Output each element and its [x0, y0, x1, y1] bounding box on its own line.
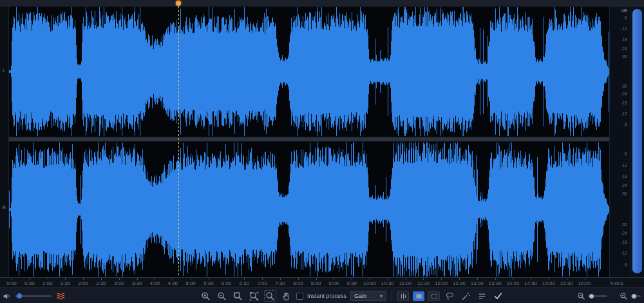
apply-button[interactable]	[492, 290, 504, 302]
instant-process-checkbox[interactable]	[296, 293, 303, 300]
vertical-zoom-slider[interactable]	[630, 295, 641, 297]
volume-slider-thumb[interactable]	[17, 293, 22, 298]
time-tick	[334, 278, 334, 280]
selection-mode-free-button[interactable]	[428, 291, 440, 301]
zoom-selection-button[interactable]	[232, 290, 244, 302]
horizontal-zoom-slider[interactable]	[588, 295, 607, 297]
audio-editor-window: L R dB -6-6-12-12-18-18-24-24-30-30-6-6-…	[0, 0, 644, 303]
time-tick-label: 14:00	[506, 280, 519, 286]
time-tick-label: 2:30	[96, 280, 106, 286]
time-ruler[interactable]: h:m:s 0:000:301:001:302:002:303:003:304:…	[0, 277, 644, 288]
marker-strip[interactable]	[0, 0, 644, 6]
time-tick	[244, 278, 245, 280]
channel-label-left: L	[3, 68, 5, 73]
process-module-dropdown[interactable]: Gain ▾	[350, 291, 386, 301]
wand-tool-button[interactable]	[460, 290, 472, 302]
time-tick-label: 12:30	[453, 280, 466, 286]
time-tick	[173, 278, 173, 280]
db-tick-label: -30	[621, 54, 627, 59]
horizontal-zoom-thumb[interactable]	[589, 294, 594, 298]
horizontal-zoom-out-icon[interactable]	[577, 292, 585, 300]
time-tick	[477, 278, 478, 280]
waveform-area[interactable]	[9, 6, 609, 277]
lasso-tool-button[interactable]	[444, 290, 456, 302]
db-tick-label: -6	[623, 122, 627, 127]
time-tick-label: 11:30	[417, 280, 430, 286]
wand-tool-icon	[461, 291, 471, 301]
time-tick-label: 9:00	[329, 280, 339, 286]
time-tick	[316, 278, 317, 280]
db-tick-label: -30	[621, 222, 627, 227]
time-tick	[459, 278, 460, 280]
time-tick-label: 10:00	[363, 280, 376, 286]
time-tick-label: 6:30	[240, 280, 250, 286]
volume-slider[interactable]	[15, 295, 52, 297]
db-tick-label: -12	[621, 251, 627, 255]
vertical-scrollbar[interactable]	[630, 6, 644, 277]
waveform-right-channel[interactable]	[9, 142, 609, 277]
spectrogram-blend-icon[interactable]	[56, 291, 66, 301]
vertical-zoom-out-icon[interactable]	[620, 292, 628, 300]
time-tick-label: 15:30	[560, 280, 573, 286]
time-tick	[65, 278, 66, 280]
time-tick	[370, 278, 370, 280]
channel-divider[interactable]	[9, 137, 609, 142]
time-tick	[12, 278, 12, 280]
time-tick	[119, 278, 120, 280]
db-tick-label: -6	[623, 152, 627, 156]
db-scale: dB -6-6-12-12-18-18-24-24-30-30-6-6-12-1…	[609, 6, 630, 277]
db-tick-label: -18	[621, 240, 627, 244]
bottom-toolbar: Instant process Gain ▾	[0, 288, 644, 303]
time-tick-label: 11:00	[399, 280, 412, 286]
volume-icon[interactable]	[3, 292, 11, 300]
zoom-all-button[interactable]	[248, 290, 260, 302]
magnifier-tool-button[interactable]	[264, 290, 276, 302]
time-tick	[388, 278, 388, 280]
vertical-zoom-thumb[interactable]	[632, 294, 636, 298]
vertical-scrollbar-thumb[interactable]	[632, 9, 642, 273]
time-tick-label: 5:30	[204, 280, 214, 286]
time-tick-label: 4:00	[150, 280, 160, 286]
time-tick-label: 2:00	[78, 280, 88, 286]
toolbar-separator	[392, 291, 392, 301]
playhead-marker[interactable]	[176, 1, 181, 6]
db-tick-label: -30	[621, 191, 627, 196]
edit-tools-group: Instant process Gain ▾	[200, 288, 504, 303]
waveform-left-channel[interactable]	[9, 6, 609, 137]
time-tick	[585, 278, 585, 280]
selection-mode-free-icon	[430, 292, 439, 300]
time-tick	[30, 278, 30, 280]
time-tick	[83, 278, 84, 280]
time-tick-label: 3:30	[132, 280, 142, 286]
time-tick	[262, 278, 263, 280]
selection-mode-timefreq-icon	[415, 292, 423, 300]
time-tick	[406, 278, 406, 280]
time-tick	[101, 278, 102, 280]
time-tick-label: 15:00	[542, 280, 555, 286]
time-tick	[227, 278, 227, 280]
db-tick-label: -6	[623, 15, 627, 20]
time-tick	[495, 278, 496, 280]
time-tick-label: 14:30	[524, 280, 537, 286]
time-tick	[209, 278, 209, 280]
db-tick-label: -6	[623, 262, 627, 267]
time-tick	[549, 278, 549, 280]
time-tick	[567, 278, 567, 280]
vertical-zoom-control	[620, 288, 641, 303]
selection-list-button[interactable]	[476, 290, 488, 302]
hand-tool-button[interactable]	[280, 290, 292, 302]
time-tick-label: 16:00	[578, 280, 591, 286]
selection-mode-timefreq-button[interactable]	[413, 291, 424, 301]
time-tick-label: 12:00	[435, 280, 448, 286]
zoom-out-button[interactable]	[216, 290, 228, 302]
time-tick-label: 6:00	[222, 280, 232, 286]
db-tick-label: -18	[621, 101, 627, 105]
time-tick-label: 13:00	[471, 280, 484, 286]
chevron-down-icon: ▾	[380, 293, 383, 299]
time-tick-label: 13:30	[489, 280, 502, 286]
time-tick	[280, 278, 281, 280]
selection-mode-time-button[interactable]	[397, 291, 409, 301]
zoom-in-button[interactable]	[200, 290, 212, 302]
time-tick	[155, 278, 155, 280]
hand-tool-icon	[281, 291, 291, 301]
